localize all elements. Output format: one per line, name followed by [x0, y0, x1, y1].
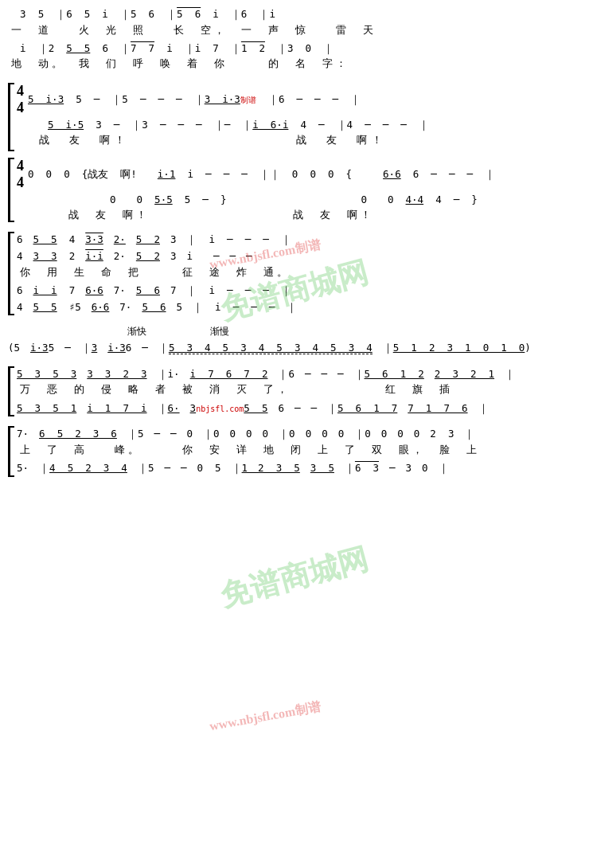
accel-section: 渐快渐慢 (5 i·35 ─ ｜3 i·36 ─ ｜5 3 4 5 3 4 5 … [8, 325, 581, 357]
lyrics-line-1: 一 道 火 光 照 长 空， 一 声 惊 雷 天 [8, 23, 581, 37]
upper-voice-2: 44 0 0 0 {战友 啊! i·1 i ─ ─ ─ ｜｜ 0 0 0 { 6… [17, 158, 581, 192]
score-line-2: i ｜2 5 5 6 ｜7 7 i ｜i 7 ｜1 2 ｜3 0 ｜ [8, 41, 581, 57]
watermark-red2: www.nbjsfl.com制谱 [209, 699, 322, 735]
bracket-section-4: 5 3 5 3 3 3 2 3 ｜i· i 7 6 7 2 ｜6 ─ ─ ─ ｜… [8, 366, 581, 416]
page: 免谱商城网 免谱商城网 www.nbjsfl.com制谱 www.nbjsfl.… [0, 0, 589, 483]
upper-voice-1: 44 5 i·3 5 ─ ｜5 ─ ─ ─ ｜3 i·3制谱 ｜6 ─ ─ ─ … [17, 83, 581, 117]
bracket-section-2: 44 0 0 0 {战友 啊! i·1 i ─ ─ ─ ｜｜ 0 0 0 { 6… [8, 158, 581, 223]
score-content: 3 5 ｜6 5 i ｜5 6 ｜5 6 i ｜6 ｜i 一 道 火 光 照 长… [8, 6, 581, 477]
score-line-1: 3 5 ｜6 5 i ｜5 6 ｜5 6 i ｜6 ｜i [8, 6, 581, 23]
bracket-section-5: 7· 6 5 2 3 6 ｜5 ─ ─ 0 ｜0 0 0 0 ｜0 0 0 0 … [8, 426, 581, 476]
bracket-section-3: 6 5 5 4 3·3 2· 5 2 3 ｜ i ─ ─ ─ ｜ 4 3 3 2… [8, 232, 581, 315]
lyrics-line-2: 地 动。 我 们 呼 唤 着 你 的 名 字： [8, 57, 581, 71]
bracket-section-1: 44 5 i·3 5 ─ ｜5 ─ ─ ─ ｜3 i·3制谱 ｜6 ─ ─ ─ … [8, 83, 581, 151]
watermark-green2: 免谱商城网 [216, 538, 373, 616]
